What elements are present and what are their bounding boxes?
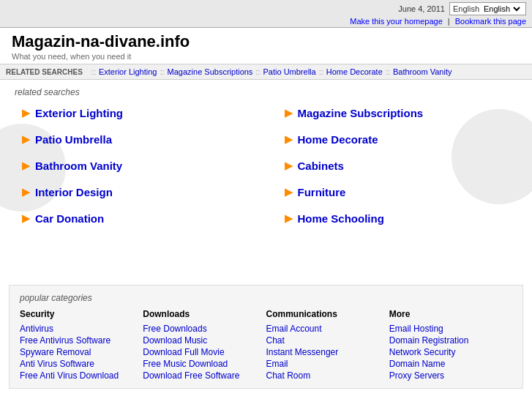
related-bar-item-3[interactable]: Patio Umbrella <box>263 67 316 76</box>
arrow-icon: ▶ <box>22 212 31 225</box>
link-home-decorate[interactable]: Home Decorate <box>298 133 378 146</box>
arrow-icon: ▶ <box>285 212 293 225</box>
arrow-icon: ▶ <box>22 133 31 146</box>
list-item: ▶ Exterior Lighting <box>22 106 255 119</box>
link-patio-umbrella[interactable]: Patio Umbrella <box>35 133 112 146</box>
list-item: ▶ Furniture <box>285 185 518 198</box>
link-free-antivirus-software[interactable]: Free Antivirus Software <box>20 335 143 346</box>
more-title: More <box>389 309 512 319</box>
actions-line: Make this your homepage | Bookmark this … <box>350 17 526 26</box>
downloads-column: Downloads Free Downloads Download Music … <box>143 309 266 381</box>
link-home-schooling[interactable]: Home Schooling <box>298 212 384 225</box>
link-email-account[interactable]: Email Account <box>266 324 389 334</box>
site-title[interactable]: Magazin-na-divane.info <box>12 32 190 51</box>
site-subtitle: What you need, when you need it <box>12 52 520 61</box>
link-furniture[interactable]: Furniture <box>298 186 346 198</box>
arrow-icon: ▶ <box>22 106 31 119</box>
security-column: Security Antivirus Free Antivirus Softwa… <box>20 309 143 381</box>
language-dropdown[interactable]: English <box>481 4 522 14</box>
link-download-free-software[interactable]: Download Free Software <box>143 370 266 381</box>
popular-categories-header: popular categories <box>20 293 512 303</box>
list-item: ▶ Home Decorate <box>285 133 518 146</box>
related-searches-label: RELATED SEARCHES <box>6 68 83 76</box>
related-bar-item-2[interactable]: Magazine Subscriptions <box>168 67 253 76</box>
date-line: June 4, 2011 English English <box>398 2 526 15</box>
homepage-link[interactable]: Make this your homepage <box>350 17 443 26</box>
bookmark-link[interactable]: Bookmark this page <box>455 17 526 26</box>
search-links-grid: ▶ Exterior Lighting ▶ Magazine Subscript… <box>22 106 517 225</box>
link-exterior-lighting[interactable]: Exterior Lighting <box>35 107 123 119</box>
more-column: More Email Hosting Domain Registration N… <box>389 309 512 381</box>
security-title: Security <box>20 309 143 319</box>
related-searches-bar: RELATED SEARCHES :: Exterior Lighting ::… <box>0 64 532 80</box>
link-domain-registration[interactable]: Domain Registration <box>389 335 512 346</box>
link-anti-virus-software[interactable]: Anti Virus Software <box>20 359 143 369</box>
language-label: English <box>453 4 479 13</box>
link-instant-messenger[interactable]: Instant Messenger <box>266 347 389 357</box>
link-chat[interactable]: Chat <box>266 335 389 346</box>
link-chat-room[interactable]: Chat Room <box>266 370 389 381</box>
language-selector[interactable]: English English <box>449 2 526 15</box>
link-free-downloads[interactable]: Free Downloads <box>143 324 266 334</box>
link-proxy-servers[interactable]: Proxy Servers <box>389 370 512 381</box>
arrow-icon: ▶ <box>22 185 31 198</box>
link-download-music[interactable]: Download Music <box>143 335 266 346</box>
list-item: ▶ Bathroom Vanity <box>22 159 255 172</box>
link-free-music-download[interactable]: Free Music Download <box>143 359 266 369</box>
main-content: related searches ▶ Exterior Lighting ▶ M… <box>0 80 532 277</box>
arrow-icon: ▶ <box>285 106 293 119</box>
link-bathroom-vanity[interactable]: Bathroom Vanity <box>35 160 122 172</box>
arrow-icon: ▶ <box>285 185 293 198</box>
downloads-title: Downloads <box>143 309 266 319</box>
arrow-icon: ▶ <box>22 159 31 172</box>
arrow-icon: ▶ <box>285 159 293 172</box>
related-bar-item-4[interactable]: Home Decorate <box>326 67 383 76</box>
link-network-security[interactable]: Network Security <box>389 347 512 357</box>
list-item: ▶ Patio Umbrella <box>22 133 255 146</box>
related-bar-item-5[interactable]: Bathroom Vanity <box>393 67 452 76</box>
arrow-icon: ▶ <box>285 133 293 146</box>
link-download-full-movie[interactable]: Download Full Movie <box>143 347 266 357</box>
link-cabinets[interactable]: Cabinets <box>298 160 344 172</box>
list-item: ▶ Car Donation <box>22 212 255 225</box>
list-item: ▶ Interior Design <box>22 185 255 198</box>
popular-categories-section: popular categories Security Antivirus Fr… <box>9 285 523 389</box>
link-email[interactable]: Email <box>266 359 389 369</box>
link-car-donation[interactable]: Car Donation <box>35 212 104 225</box>
link-antivirus[interactable]: Antivirus <box>20 324 143 334</box>
communications-column: Communications Email Account Chat Instan… <box>266 309 389 381</box>
date-text: June 4, 2011 <box>398 4 445 13</box>
list-item: ▶ Home Schooling <box>285 212 518 225</box>
list-item: ▶ Cabinets <box>285 159 518 172</box>
link-interior-design[interactable]: Interior Design <box>35 186 113 198</box>
site-header: Magazin-na-divane.info What you need, wh… <box>0 28 532 64</box>
related-bar-item-1[interactable]: Exterior Lighting <box>99 67 157 76</box>
date-and-actions: June 4, 2011 English English Make this y… <box>350 2 526 26</box>
related-searches-section-label: related searches <box>15 87 517 97</box>
link-free-anti-virus-download[interactable]: Free Anti Virus Download <box>20 370 143 381</box>
list-item: ▶ Magazine Subscriptions <box>285 106 518 119</box>
communications-title: Communications <box>266 309 389 319</box>
link-magazine-subscriptions[interactable]: Magazine Subscriptions <box>298 107 424 119</box>
link-email-hosting[interactable]: Email Hosting <box>389 324 512 334</box>
top-bar: June 4, 2011 English English Make this y… <box>0 0 532 28</box>
bottom-search: Search <box>0 396 532 399</box>
link-domain-name[interactable]: Domain Name <box>389 359 512 369</box>
link-spyware-removal[interactable]: Spyware Removal <box>20 347 143 357</box>
categories-grid: Security Antivirus Free Antivirus Softwa… <box>20 309 512 381</box>
